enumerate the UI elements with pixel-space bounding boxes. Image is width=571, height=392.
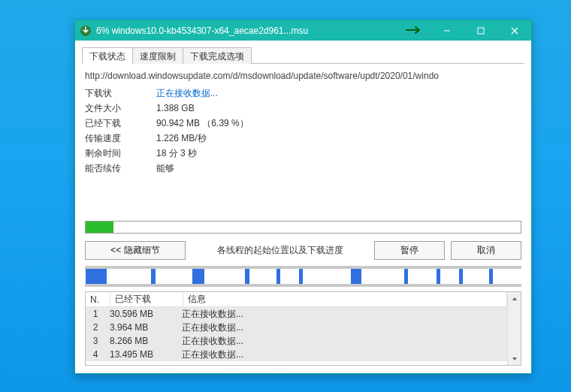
progress-fill — [86, 222, 113, 233]
transfer-arrow-icon — [406, 26, 422, 36]
threads-header: N. 已经下载 信息 — [86, 292, 507, 307]
stats-block: 下载状正在接收数据... 文件大小1.388 GB 已经下载90.942 MB … — [85, 86, 521, 176]
tab-strip: 下载状态 速度限制 下载完成选项 — [82, 47, 524, 64]
svg-rect-2 — [478, 28, 484, 34]
titlebar[interactable]: 6% windows10.0-kb4534307-x64_aecae2d961.… — [75, 20, 531, 41]
status-label: 下载状 — [85, 86, 156, 101]
progress-bar — [85, 221, 521, 234]
tab-download-status[interactable]: 下载状态 — [82, 47, 133, 64]
filesize-label: 文件大小 — [85, 101, 156, 116]
col-header-info[interactable]: 信息 — [183, 292, 507, 306]
segment — [299, 269, 303, 284]
threads-body: 130.596 MB正在接收数据...23.964 MB正在接收数据...38.… — [86, 307, 507, 361]
segment — [276, 269, 280, 284]
table-row[interactable]: 130.596 MB正在接收数据... — [86, 307, 507, 321]
segments-caption: 各线程的起始位置以及下载进度 — [186, 244, 374, 257]
resume-value: 能够 — [156, 161, 174, 176]
cell-downloaded: 3.964 MB — [105, 322, 177, 333]
maximize-button[interactable] — [464, 20, 497, 41]
tab-on-complete[interactable]: 下载完成选项 — [183, 47, 252, 64]
filesize-value: 1.388 GB — [156, 101, 195, 116]
pause-button[interactable]: 暂停 — [374, 241, 445, 260]
download-url: http://download.windowsupdate.com/d/msdo… — [85, 71, 521, 81]
cell-n: 3 — [86, 336, 105, 346]
download-dialog: 6% windows10.0-kb4534307-x64_aecae2d961.… — [74, 20, 532, 374]
downloaded-value: 90.942 MB （6.39 %） — [156, 116, 249, 131]
scroll-down-icon[interactable] — [508, 352, 521, 365]
cell-downloaded: 8.266 MB — [105, 336, 177, 346]
segment — [351, 269, 361, 284]
segment — [459, 269, 463, 284]
segment-bar — [85, 266, 521, 287]
cell-info: 正在接收数据... — [177, 308, 507, 321]
segment — [192, 269, 204, 284]
cell-info: 正在接收数据... — [177, 348, 507, 361]
cell-info: 正在接收数据... — [177, 335, 507, 348]
cancel-button[interactable]: 取消 — [451, 241, 521, 260]
table-row[interactable]: 23.964 MB正在接收数据... — [86, 321, 507, 334]
segment — [404, 269, 408, 284]
eta-label: 剩余时间 — [85, 146, 156, 161]
tab-speed-limit[interactable]: 速度限制 — [132, 47, 183, 64]
status-value: 正在接收数据... — [156, 86, 218, 101]
eta-value: 18 分 3 秒 — [156, 146, 197, 161]
cell-info: 正在接收数据... — [177, 321, 507, 334]
close-button[interactable] — [497, 20, 531, 41]
threads-scrollbar[interactable] — [507, 292, 521, 365]
col-header-downloaded[interactable]: 已经下载 — [110, 292, 183, 306]
threads-table: N. 已经下载 信息 130.596 MB正在接收数据...23.964 MB正… — [85, 291, 521, 366]
table-row[interactable]: 413.495 MB正在接收数据... — [86, 348, 507, 361]
app-icon — [80, 25, 92, 37]
cell-n: 4 — [86, 349, 105, 360]
rate-value: 1.226 MB/秒 — [156, 131, 207, 146]
segment — [437, 269, 440, 284]
minimize-button[interactable] — [430, 20, 464, 41]
segment — [86, 269, 107, 284]
table-row[interactable]: 38.266 MB正在接收数据... — [86, 334, 507, 348]
rate-label: 传输速度 — [85, 131, 156, 146]
segment — [151, 269, 156, 284]
segment — [489, 269, 493, 284]
scroll-up-icon[interactable] — [508, 292, 521, 305]
col-header-n[interactable]: N. — [86, 292, 110, 306]
scroll-track[interactable] — [508, 305, 521, 352]
cell-n: 2 — [86, 322, 105, 333]
cell-n: 1 — [86, 309, 105, 319]
downloaded-label: 已经下载 — [85, 116, 156, 131]
cell-downloaded: 30.596 MB — [105, 309, 177, 319]
window-title: 6% windows10.0-kb4534307-x64_aecae2d961.… — [96, 26, 308, 36]
resume-label: 能否续传 — [85, 161, 156, 176]
hide-details-button[interactable]: << 隐藏细节 — [85, 241, 186, 260]
cell-downloaded: 13.495 MB — [105, 349, 177, 360]
segment — [245, 269, 249, 284]
